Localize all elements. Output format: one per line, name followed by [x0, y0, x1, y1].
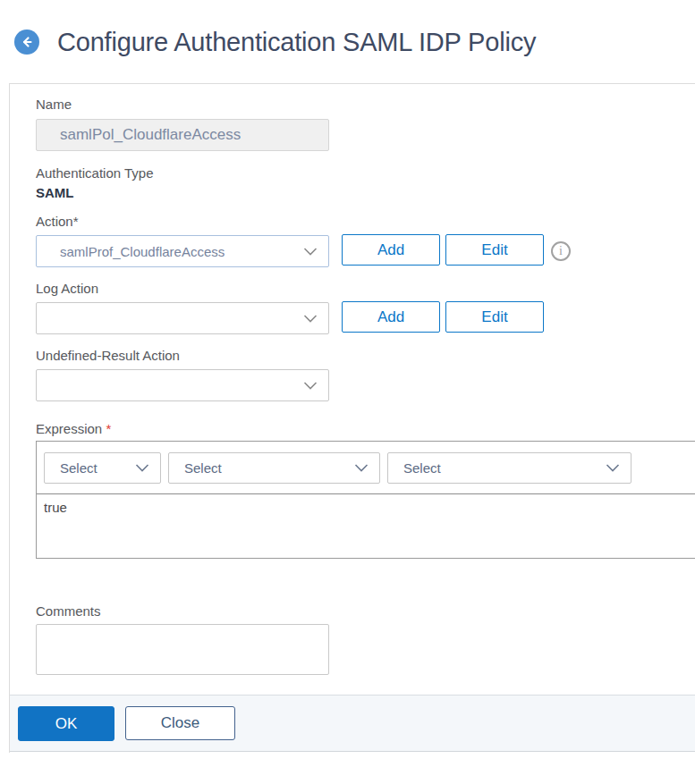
- action-select[interactable]: samlProf_CloudflareAccess: [36, 235, 329, 267]
- action-label: Action*: [36, 214, 79, 229]
- expression-select-1[interactable]: Select: [44, 452, 161, 484]
- chevron-down-icon: [354, 464, 369, 472]
- configure-saml-idp-policy-dialog: Configure Authentication SAML IDP Policy…: [0, 0, 695, 784]
- expression-builder: Select Select Select true: [36, 441, 695, 559]
- chevron-down-icon: [303, 248, 318, 256]
- action-edit-button[interactable]: Edit: [445, 234, 544, 266]
- expression-label: Expression *: [36, 421, 111, 436]
- log-action-edit-button[interactable]: Edit: [445, 301, 544, 333]
- chevron-down-icon: [135, 464, 149, 472]
- expression-select-2-value: Select: [184, 460, 354, 476]
- ok-button[interactable]: OK: [18, 706, 114, 741]
- expression-label-text: Expression: [36, 421, 102, 436]
- expression-toolbar: Select Select Select: [37, 442, 695, 494]
- name-label: Name: [36, 97, 72, 112]
- back-button[interactable]: [14, 30, 39, 55]
- authentication-type-value: SAML: [36, 185, 74, 200]
- page-title: Configure Authentication SAML IDP Policy: [57, 24, 536, 60]
- log-action-select[interactable]: [36, 302, 329, 334]
- expression-select-3[interactable]: Select: [387, 452, 631, 484]
- undefined-result-action-select[interactable]: [36, 369, 329, 401]
- log-action-label: Log Action: [36, 281, 98, 296]
- expression-select-1-value: Select: [60, 460, 135, 476]
- back-arrow-icon: [20, 35, 34, 49]
- action-add-button[interactable]: Add: [342, 234, 440, 266]
- comments-input[interactable]: [36, 624, 329, 675]
- close-button[interactable]: Close: [125, 706, 235, 740]
- action-select-value: samlProf_CloudflareAccess: [60, 244, 303, 259]
- undefined-result-action-label: Undefined-Result Action: [36, 348, 180, 363]
- authentication-type-label: Authentication Type: [36, 165, 153, 181]
- log-action-add-button[interactable]: Add: [342, 301, 440, 333]
- required-asterisk: *: [106, 421, 111, 436]
- name-input[interactable]: [36, 119, 329, 151]
- comments-label: Comments: [36, 603, 101, 619]
- expression-input[interactable]: true: [37, 494, 695, 558]
- chevron-down-icon: [606, 464, 620, 472]
- chevron-down-icon: [303, 315, 318, 323]
- info-icon[interactable]: i: [551, 241, 571, 261]
- chevron-down-icon: [303, 382, 318, 390]
- expression-select-2[interactable]: Select: [168, 452, 380, 484]
- expression-select-3-value: Select: [403, 460, 606, 476]
